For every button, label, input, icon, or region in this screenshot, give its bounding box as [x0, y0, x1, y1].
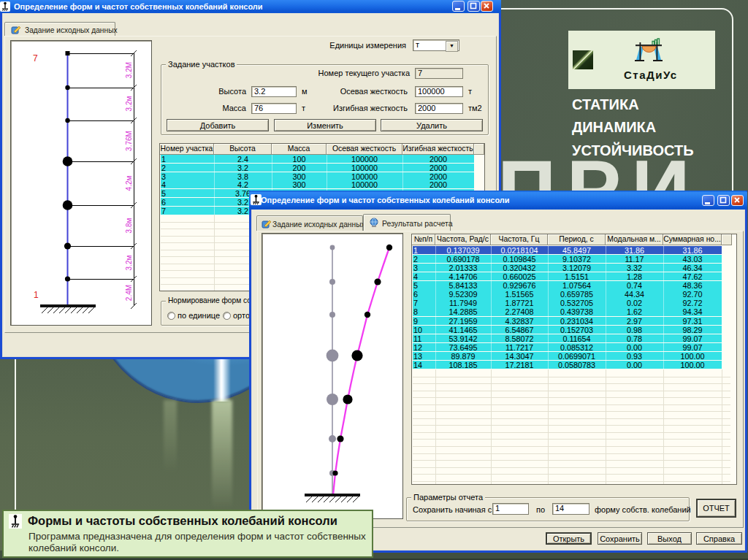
svg-text:3.2м: 3.2м: [125, 96, 133, 111]
svg-text:3.76М: 3.76М: [125, 131, 133, 151]
svg-text:4.2м: 4.2м: [125, 175, 133, 191]
svg-text:7: 7: [33, 53, 38, 64]
svg-text:3.2М: 3.2М: [125, 62, 133, 78]
svg-text:1: 1: [34, 290, 39, 300]
svg-text:3.8м: 3.8м: [125, 218, 133, 233]
svg-text:3.2м: 3.2м: [125, 255, 133, 270]
svg-text:2.4М: 2.4М: [125, 285, 133, 301]
